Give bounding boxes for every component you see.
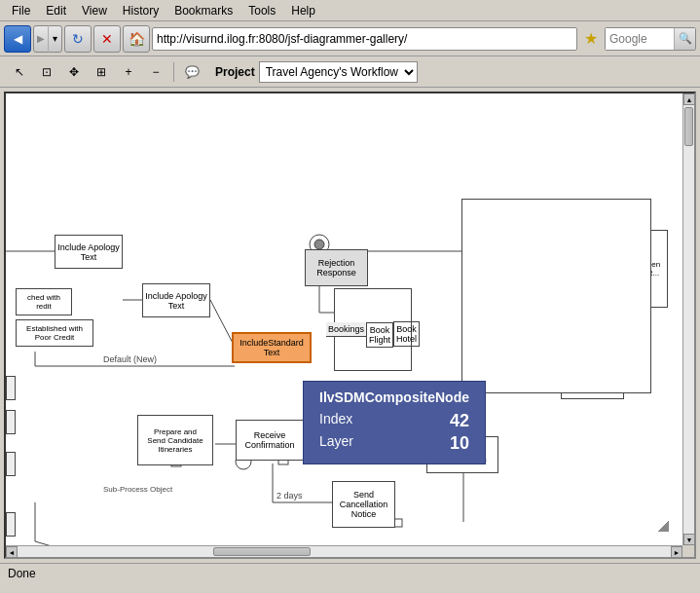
resize-handle[interactable]	[657, 520, 669, 532]
scroll-right-button[interactable]: ►	[671, 546, 682, 558]
svg-point-29	[314, 240, 324, 249]
zoom-out-button[interactable]: −	[144, 60, 167, 84]
nav-toolbar: ◀ ▶ ▾ ↻ ✕ 🏠 ★ 🔍	[0, 21, 700, 56]
zoom-box-button[interactable]: ⊞	[90, 60, 113, 84]
menu-tools[interactable]: Tools	[240, 2, 283, 19]
svg-text:Default (New): Default (New)	[103, 354, 157, 364]
scroll-up-button[interactable]: ▲	[683, 93, 695, 105]
menu-file[interactable]: File	[4, 2, 38, 19]
menu-history[interactable]: History	[115, 2, 166, 19]
menu-bookmarks[interactable]: Bookmarks	[166, 2, 240, 19]
tooltip-row-layer: Layer 10	[319, 433, 469, 454]
home-button[interactable]: 🏠	[123, 25, 150, 53]
node-left-2[interactable]	[6, 410, 16, 434]
pan-tool-button[interactable]: ✥	[62, 60, 86, 84]
scroll-track-v[interactable]	[683, 105, 694, 534]
menu-edit[interactable]: Edit	[38, 2, 74, 19]
zoom-in-button[interactable]: +	[117, 60, 140, 84]
node-prepare-itineraries[interactable]: Prepare andSend CandidateItineraries	[137, 415, 213, 465]
tooltip-layer-value: 10	[450, 433, 469, 454]
node-left-4[interactable]	[6, 512, 16, 537]
node-send-cancellation-notice[interactable]: SendCancellationNotice	[332, 481, 395, 528]
scroll-corner	[682, 545, 694, 557]
node-poor-credit[interactable]: Established withPoor Credit	[16, 319, 93, 347]
address-bar[interactable]	[152, 27, 577, 51]
refresh-button[interactable]: ↻	[64, 25, 92, 53]
scroll-down-button[interactable]: ▼	[683, 534, 695, 545]
search-group: 🔍	[605, 27, 696, 51]
back-button[interactable]: ◀	[4, 25, 31, 53]
main-content: Default (New) Update Payment OK No 2 day…	[4, 92, 696, 559]
bookmark-star-button[interactable]: ★	[579, 27, 603, 51]
menubar: File Edit View History Bookmarks Tools H…	[0, 0, 700, 21]
tooltip-toggle-button[interactable]: 💬	[180, 60, 203, 84]
tooltip-popup: IlvSDMCompositeNode Index 42 Layer 10	[303, 381, 486, 464]
svg-text:2 days: 2 days	[276, 491, 303, 500]
scroll-thumb-h[interactable]	[213, 547, 311, 556]
project-label: Project	[215, 65, 255, 79]
scroll-track-h[interactable]	[18, 546, 671, 557]
scroll-thumb-v[interactable]	[684, 107, 693, 146]
tooltip-index-value: 42	[450, 411, 469, 431]
node-credit-check[interactable]: ched withredit	[16, 288, 72, 315]
menu-view[interactable]: View	[74, 2, 115, 19]
diagram-canvas[interactable]: Default (New) Update Payment OK No 2 day…	[6, 93, 682, 545]
vertical-scrollbar[interactable]: ▲ ▼	[682, 93, 694, 545]
statusbar: Done	[0, 563, 700, 582]
forward-group: ▶ ▾	[33, 25, 62, 53]
diagram-toolbar: ↖ ⊡ ✥ ⊞ + − 💬 Project Travel Agency's Wo…	[0, 56, 700, 88]
node-receive-confirmation[interactable]: ReceiveConfirmation	[236, 420, 304, 461]
forward-button[interactable]: ▶	[34, 25, 48, 53]
tooltip-title: IlvSDMCompositeNode	[319, 389, 469, 405]
select-tool-button[interactable]: ↖	[8, 60, 31, 84]
tooltip-row-index: Index 42	[319, 411, 469, 431]
history-dropdown-button[interactable]: ▾	[48, 25, 61, 53]
search-submit-button[interactable]: 🔍	[674, 28, 695, 50]
menu-help[interactable]: Help	[283, 2, 323, 19]
horizontal-scrollbar[interactable]: ◄ ►	[6, 545, 682, 557]
scroll-left-button[interactable]: ◄	[6, 546, 18, 558]
node-rejection-response[interactable]: RejectionResponse	[305, 249, 368, 286]
node-left-1[interactable]	[6, 376, 16, 400]
zoom-fit-button[interactable]: ⊡	[35, 60, 58, 84]
search-input[interactable]	[606, 28, 674, 50]
tooltip-index-label: Index	[319, 411, 352, 431]
node-right-container[interactable]	[461, 199, 651, 393]
node-include-standard[interactable]: IncludeStandardText	[232, 332, 312, 363]
node-include-apology-2[interactable]: Include ApologyText	[142, 283, 210, 317]
node-left-3[interactable]	[6, 452, 16, 476]
project-select[interactable]: Travel Agency's Workflow	[259, 61, 418, 83]
sub-process-label: Sub-Process Object	[103, 485, 172, 494]
status-text: Done	[8, 567, 692, 580]
stop-button[interactable]: ✕	[93, 25, 121, 53]
node-include-apology-1[interactable]: Include ApologyText	[55, 235, 123, 269]
tooltip-layer-label: Layer	[319, 433, 353, 454]
toolbar-separator	[173, 62, 174, 82]
node-bookings-container[interactable]: Bookings Book Flight Book Hotel	[334, 288, 412, 371]
